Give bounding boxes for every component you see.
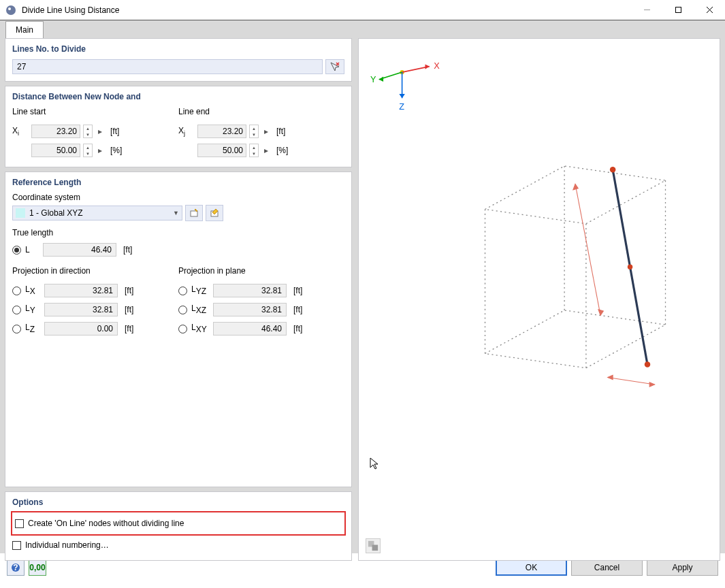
- panel-options: Options Create 'On Line' nodes without d…: [5, 491, 352, 561]
- checkbox-create-on-line[interactable]: [15, 519, 24, 528]
- svg-line-25: [575, 184, 600, 315]
- radio-Lz[interactable]: [12, 325, 21, 333]
- radio-Lyz[interactable]: [178, 287, 187, 295]
- close-button[interactable]: [694, 0, 725, 20]
- svg-rect-3: [675, 7, 681, 13]
- value-Ly: [44, 303, 118, 316]
- radio-L[interactable]: [12, 246, 21, 255]
- label-create-on-line: Create 'On Line' nodes without dividing …: [28, 519, 184, 528]
- svg-marker-16: [399, 94, 404, 98]
- heading-distance: Distance Between New Node and: [12, 92, 344, 101]
- unit-ft-2: [ft]: [276, 127, 285, 136]
- value-Lx: [44, 284, 118, 297]
- cursor-icon: [369, 457, 725, 588]
- menu-xi-pct[interactable]: ▸: [95, 144, 105, 157]
- coord-system-value: 1 - Global XYZ: [29, 208, 173, 218]
- heading-lines: Lines No. to Divide: [12, 44, 344, 54]
- coord-system-combo[interactable]: 1 - Global XYZ ▼: [12, 206, 182, 220]
- heading-reference: Reference Length: [12, 178, 344, 187]
- edit-coord-button[interactable]: [206, 205, 223, 221]
- unit-ft-1: [ft]: [110, 127, 119, 136]
- label-xi: Xi: [12, 126, 29, 137]
- label-coord-system: Coordinate system: [12, 193, 344, 202]
- panel-distance: Distance Between New Node and Line start…: [5, 86, 352, 167]
- coord-swatch-icon: [16, 208, 25, 218]
- input-xj-ft[interactable]: [197, 125, 246, 138]
- label-xj: Xj: [178, 126, 195, 137]
- unit-pct-1: [%]: [110, 146, 122, 155]
- svg-point-1: [8, 7, 11, 10]
- pick-lines-button[interactable]: [325, 59, 344, 74]
- new-coord-button[interactable]: [185, 205, 203, 221]
- value-Lxy: [213, 322, 287, 336]
- unit-pct-2: [%]: [276, 146, 288, 155]
- radio-Lx[interactable]: [12, 287, 21, 295]
- heading-options: Options: [12, 497, 344, 507]
- titlebar: Divide Line Using Distance: [0, 0, 725, 20]
- radio-Lxy[interactable]: [178, 325, 187, 333]
- checkbox-individual-numbering[interactable]: [12, 541, 21, 550]
- svg-marker-14: [379, 76, 383, 81]
- units-button[interactable]: 0,00: [29, 559, 46, 576]
- input-xi-ft[interactable]: [31, 125, 80, 138]
- label-proj-plane: Projection in plane: [178, 266, 344, 276]
- lines-input[interactable]: [12, 59, 323, 74]
- label-true-length: True length: [12, 228, 344, 238]
- value-Lyz: [213, 284, 287, 297]
- value-L: [43, 243, 116, 257]
- preview-3d[interactable]: X Y Z: [358, 38, 720, 561]
- value-Lz: [44, 322, 118, 336]
- window-title: Divide Line Using Distance: [22, 5, 631, 15]
- label-proj-dir: Projection in direction: [12, 266, 178, 276]
- tab-main[interactable]: Main: [5, 21, 44, 38]
- highlight-create-on-line: Create 'On Line' nodes without dividing …: [11, 511, 346, 536]
- menu-xj-ft[interactable]: ▸: [261, 125, 271, 138]
- spinner-xj-pct[interactable]: ▲▼: [249, 144, 259, 157]
- spinner-xi-ft[interactable]: ▲▼: [83, 125, 93, 138]
- panel-reference: Reference Length Coordinate system 1 - G…: [5, 172, 352, 487]
- svg-marker-27: [598, 310, 603, 315]
- svg-point-22: [610, 167, 615, 172]
- axis-z-label: Z: [399, 101, 404, 112]
- chevron-down-icon: ▼: [173, 210, 179, 216]
- svg-marker-12: [425, 64, 430, 69]
- maximize-button[interactable]: [662, 0, 694, 20]
- svg-text:?: ?: [13, 563, 18, 572]
- label-L: L: [25, 245, 39, 255]
- radio-Ly[interactable]: [12, 306, 21, 314]
- spinner-xi-pct[interactable]: ▲▼: [83, 144, 93, 157]
- svg-marker-29: [608, 375, 613, 379]
- label-line-start: Line start: [12, 107, 178, 116]
- axis-x-label: X: [434, 61, 440, 71]
- label-line-end: Line end: [178, 107, 344, 116]
- svg-point-24: [628, 265, 632, 270]
- app-icon: [5, 5, 16, 16]
- label-individual-numbering: Individual numbering…: [25, 540, 109, 550]
- svg-marker-30: [649, 382, 654, 387]
- radio-Lxz[interactable]: [178, 306, 187, 314]
- panel-lines: Lines No. to Divide: [5, 38, 352, 82]
- menu-xi-ft[interactable]: ▸: [95, 125, 105, 138]
- input-xj-pct[interactable]: [197, 144, 246, 157]
- svg-point-23: [645, 361, 650, 367]
- svg-line-28: [608, 377, 655, 385]
- menu-xj-pct[interactable]: ▸: [261, 144, 271, 157]
- input-xi-pct[interactable]: [31, 144, 80, 157]
- spinner-xj-ft[interactable]: ▲▼: [249, 125, 259, 138]
- value-Lxz: [213, 303, 287, 316]
- svg-point-0: [6, 5, 16, 15]
- svg-marker-26: [573, 184, 578, 189]
- help-button[interactable]: ?: [7, 559, 25, 576]
- axis-y-label: Y: [370, 74, 376, 84]
- minimize-button[interactable]: [631, 0, 662, 20]
